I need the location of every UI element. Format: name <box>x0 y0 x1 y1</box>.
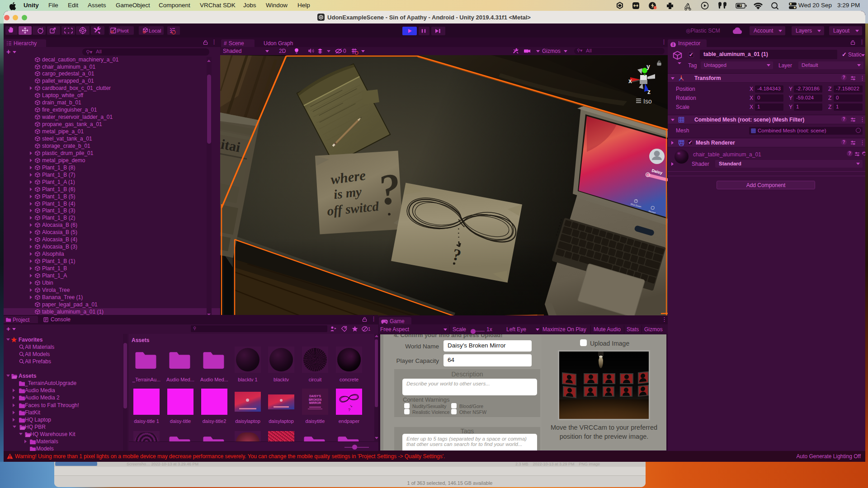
svg-text:Local: Local <box>149 28 161 33</box>
svg-text:1: 1 <box>368 327 371 332</box>
svg-text:Iso: Iso <box>643 98 652 105</box>
svg-text:Pivot: Pivot <box>117 28 129 33</box>
svg-text:z: z <box>647 88 651 95</box>
svg-text:x: x <box>628 77 632 84</box>
svg-text:y: y <box>646 63 650 70</box>
